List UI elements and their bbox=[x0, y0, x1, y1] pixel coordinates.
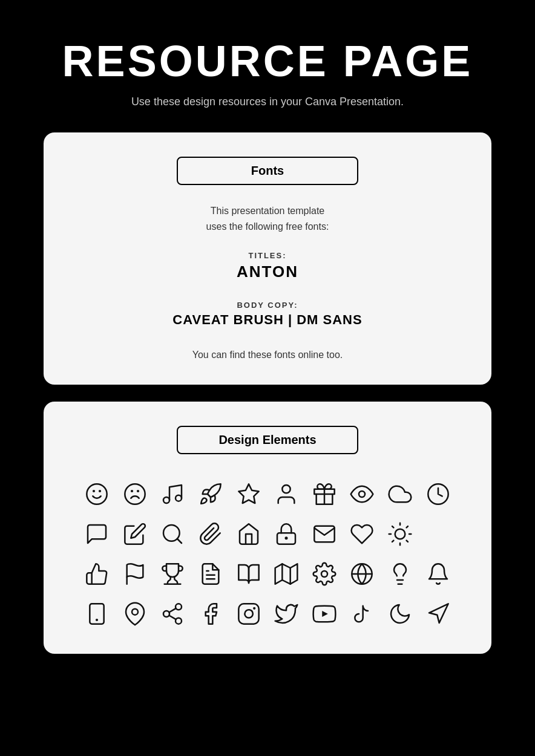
svg-point-0 bbox=[87, 484, 107, 504]
titles-section: TITLES: ANTON bbox=[237, 251, 298, 281]
svg-point-7 bbox=[176, 495, 182, 501]
svg-point-33 bbox=[321, 571, 327, 577]
svg-marker-48 bbox=[322, 611, 328, 617]
flag-icon bbox=[119, 558, 151, 590]
phone-icon bbox=[81, 598, 113, 630]
settings-icon bbox=[309, 558, 340, 590]
user-icon bbox=[271, 478, 302, 510]
design-elements-badge: Design Elements bbox=[177, 426, 358, 454]
edit-icon bbox=[119, 518, 151, 550]
star-icon bbox=[233, 478, 264, 510]
svg-line-22 bbox=[407, 541, 408, 542]
svg-point-12 bbox=[359, 491, 365, 497]
lightbulb-icon bbox=[384, 558, 416, 590]
moon-icon bbox=[384, 598, 416, 630]
fonts-description: This presentation template uses the foll… bbox=[206, 203, 329, 234]
titles-label: TITLES: bbox=[237, 251, 298, 260]
megaphone-icon bbox=[422, 598, 454, 630]
sun-icon bbox=[384, 518, 416, 550]
fonts-card: Fonts This presentation template uses th… bbox=[44, 132, 491, 385]
svg-point-43 bbox=[176, 618, 182, 624]
facebook-icon bbox=[195, 598, 226, 630]
share-icon bbox=[157, 598, 188, 630]
fonts-badge: Fonts bbox=[177, 157, 358, 185]
fonts-footer: You can find these fonts online too. bbox=[192, 350, 343, 360]
icons-grid bbox=[80, 478, 455, 630]
chat-icon bbox=[81, 518, 113, 550]
svg-marker-30 bbox=[275, 564, 298, 584]
svg-point-40 bbox=[132, 609, 138, 615]
mail-icon bbox=[309, 518, 340, 550]
pin-icon bbox=[195, 518, 226, 550]
home-icon bbox=[233, 518, 264, 550]
page-subtitle: Use these design resources in your Canva… bbox=[131, 96, 404, 108]
design-elements-card: Design Elements bbox=[44, 402, 491, 654]
search-icon bbox=[157, 518, 188, 550]
book-icon bbox=[233, 558, 264, 590]
svg-rect-46 bbox=[238, 604, 258, 624]
body-section: BODY COPY: CAVEAT BRUSH | DM SANS bbox=[172, 301, 362, 328]
svg-point-6 bbox=[163, 497, 169, 503]
location-pin-icon bbox=[119, 598, 151, 630]
svg-point-18 bbox=[395, 529, 405, 539]
smile-icon bbox=[81, 478, 113, 510]
lock-icon bbox=[271, 518, 302, 550]
page-title: RESOURCE PAGE bbox=[62, 36, 473, 86]
body-fonts: CAVEAT BRUSH | DM SANS bbox=[172, 312, 362, 328]
svg-line-15 bbox=[177, 539, 182, 543]
svg-marker-8 bbox=[238, 484, 258, 504]
svg-line-26 bbox=[407, 526, 408, 527]
bell-icon bbox=[422, 558, 454, 590]
svg-point-9 bbox=[283, 485, 290, 493]
trophy-icon bbox=[157, 558, 188, 590]
thumbsup-icon bbox=[81, 558, 113, 590]
eye-icon bbox=[346, 478, 378, 510]
tiktok-icon bbox=[346, 598, 378, 630]
svg-line-25 bbox=[392, 541, 393, 542]
titles-font: ANTON bbox=[237, 262, 298, 281]
twitter-icon bbox=[271, 598, 302, 630]
cloud-icon bbox=[384, 478, 416, 510]
heart-icon bbox=[346, 518, 378, 550]
globe-icon bbox=[346, 558, 378, 590]
svg-point-3 bbox=[125, 484, 145, 504]
instagram-icon bbox=[233, 598, 264, 630]
gift-icon bbox=[309, 478, 340, 510]
clock-icon bbox=[422, 478, 454, 510]
svg-line-21 bbox=[392, 526, 393, 527]
svg-line-45 bbox=[169, 608, 176, 613]
rocket-icon bbox=[195, 478, 226, 510]
frown-icon bbox=[119, 478, 151, 510]
svg-point-41 bbox=[176, 604, 182, 610]
body-label: BODY COPY: bbox=[172, 301, 362, 310]
svg-line-44 bbox=[169, 616, 176, 620]
music-icon bbox=[157, 478, 188, 510]
youtube-icon bbox=[309, 598, 340, 630]
placeholder-icon bbox=[422, 518, 454, 550]
document-icon bbox=[195, 558, 226, 590]
map-icon bbox=[271, 558, 302, 590]
svg-point-42 bbox=[163, 611, 169, 617]
